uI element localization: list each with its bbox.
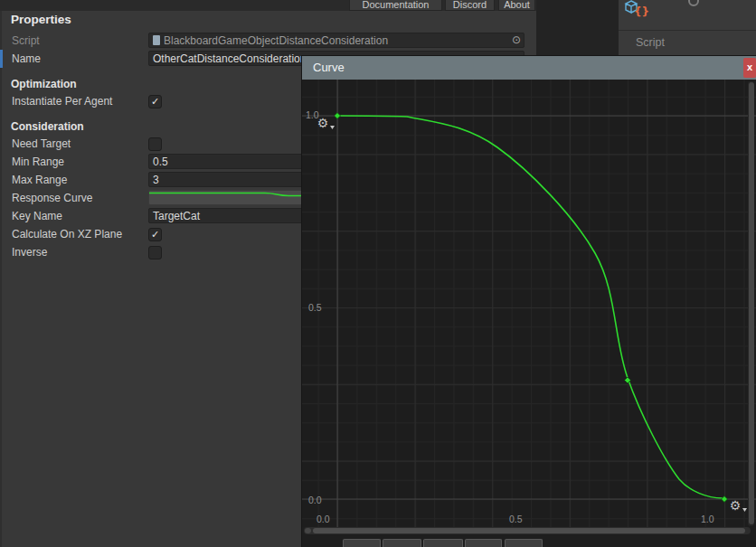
y-tick-0: 0.0 bbox=[308, 495, 322, 505]
curve-preset-swatch[interactable] bbox=[383, 539, 421, 547]
top-toolbar: Documentation Discord About bbox=[0, 0, 536, 11]
grid-major bbox=[302, 80, 756, 527]
about-button[interactable]: About bbox=[498, 0, 535, 11]
curve-key-settings-icon[interactable]: ⚙ bbox=[730, 498, 742, 513]
x-tick-0: 0.0 bbox=[317, 514, 330, 524]
window-titlebar[interactable]: Curve x bbox=[302, 56, 756, 80]
field-label: Name bbox=[12, 51, 41, 67]
object-field-script[interactable]: BlackboardGameObjectDistanceConsideratio… bbox=[148, 33, 524, 48]
curve-preset-swatch[interactable] bbox=[423, 539, 463, 547]
field-label: Instantiate Per Agent bbox=[12, 93, 112, 109]
field-label: Script bbox=[12, 33, 40, 49]
curve-preset-swatch[interactable] bbox=[343, 539, 381, 547]
scrollbar-nub[interactable] bbox=[305, 528, 311, 533]
csharp-script-icon: {} bbox=[624, 0, 651, 20]
x-tick-1: 1.0 bbox=[701, 514, 714, 524]
scrollbar-handle[interactable] bbox=[313, 528, 745, 533]
object-picker-icon[interactable]: ⊙ bbox=[512, 33, 521, 47]
script-icon bbox=[153, 35, 160, 45]
field-label: Key Name bbox=[12, 208, 62, 224]
field-label: Min Range bbox=[12, 154, 64, 170]
object-field-value: BlackboardGameObjectDistanceConsideratio… bbox=[164, 34, 388, 47]
field-label: Inverse bbox=[12, 244, 47, 260]
curve-preset-swatch[interactable] bbox=[465, 539, 502, 547]
unity-editor-screen: Documentation Discord About Properties S… bbox=[0, 0, 756, 547]
clipped-glyph-fragment bbox=[688, 0, 699, 6]
curve-canvas[interactable]: 1.0 0.5 0.0 0.0 0.5 1.0 ⚙ ⚙ bbox=[302, 80, 756, 527]
field-label: Max Range bbox=[12, 172, 67, 188]
scrollbar-handle[interactable] bbox=[749, 82, 754, 524]
checkbox-unchecked[interactable] bbox=[148, 246, 162, 259]
discord-button[interactable]: Discord bbox=[445, 0, 495, 11]
curve-editor-window: Curve x 1.0 0.5 bbox=[302, 56, 756, 547]
divider bbox=[619, 30, 756, 31]
field-label: Calculate On XZ Plane bbox=[12, 226, 122, 242]
checkmark-icon: ✓ bbox=[151, 96, 159, 108]
checkbox-unchecked[interactable] bbox=[148, 137, 162, 151]
property-row: ScriptBlackboardGameObjectDistanceConsid… bbox=[2, 33, 538, 51]
curve-key-settings-icon[interactable]: ⚙ bbox=[317, 116, 329, 130]
inspector-script-label: Script bbox=[636, 36, 665, 49]
panel-title: Properties bbox=[11, 13, 71, 26]
close-icon: x bbox=[747, 61, 752, 72]
x-tick-05: 0.5 bbox=[509, 514, 523, 524]
horizontal-scrollbar[interactable] bbox=[304, 527, 751, 534]
field-label: Need Target bbox=[12, 136, 71, 152]
checkmark-icon: ✓ bbox=[151, 229, 159, 240]
window-title: Curve bbox=[313, 56, 345, 80]
curve-preset-swatch[interactable] bbox=[505, 539, 543, 547]
svg-text:{}: {} bbox=[634, 5, 649, 18]
checkbox-checked[interactable]: ✓ bbox=[148, 95, 162, 108]
field-label: Response Curve bbox=[12, 190, 92, 206]
checkbox-checked[interactable]: ✓ bbox=[148, 228, 162, 241]
vertical-scrollbar[interactable] bbox=[748, 81, 754, 526]
close-button[interactable]: x bbox=[743, 58, 756, 78]
y-tick-05: 0.5 bbox=[308, 302, 322, 313]
documentation-button[interactable]: Documentation bbox=[349, 0, 442, 11]
